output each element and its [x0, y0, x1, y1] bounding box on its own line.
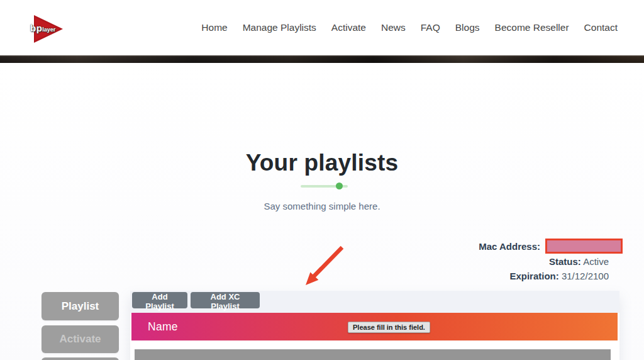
site-header: bplayer Home Manage Playlists Activate N… — [0, 0, 644, 55]
divider-dot — [336, 183, 343, 189]
expiration-label: Expiration: — [509, 271, 558, 281]
nav-manage-playlists[interactable]: Manage Playlists — [243, 22, 316, 33]
sidebar-playlist-button[interactable]: Playlist — [42, 292, 119, 320]
sidebar-playlist-label: Playlist — [62, 300, 99, 313]
name-column-header: Name — [148, 313, 178, 340]
logo-text-secondary: layer — [42, 26, 55, 33]
mac-address-label: Mac Address: — [479, 241, 540, 252]
divider — [301, 185, 348, 188]
nav-news[interactable]: News — [381, 22, 406, 33]
nav-activate[interactable]: Activate — [331, 22, 366, 33]
validation-tooltip: Please fill in this field. — [348, 322, 430, 333]
status-row: Status: Active — [549, 256, 609, 267]
playlist-toolbar: Add Playlist Add XC Playlist — [130, 291, 619, 313]
main-content: Your playlists Say something simple here… — [0, 63, 644, 360]
nav-become-reseller[interactable]: Become Reseller — [495, 22, 569, 33]
nav-faq[interactable]: FAQ — [421, 22, 440, 33]
main-nav: Home Manage Playlists Activate News FAQ … — [201, 0, 644, 55]
expiration-value: 31/12/2100 — [562, 271, 609, 281]
sidebar-activate-button[interactable]: Activate — [42, 325, 119, 353]
site-logo[interactable]: bplayer — [29, 13, 73, 44]
sidebar-logout-button[interactable]: Logout — [42, 357, 119, 360]
playlist-row-redaction — [135, 349, 611, 360]
sidebar-activate-label: Activate — [59, 333, 101, 346]
nav-home[interactable]: Home — [201, 22, 227, 33]
playlist-card: Add Playlist Add XC Playlist Name Please… — [130, 291, 619, 360]
add-playlist-button[interactable]: Add Playlist — [132, 292, 187, 308]
page-subtitle: Say something simple here. — [0, 201, 644, 211]
hero-image-strip — [0, 55, 644, 63]
logo-text-primary: bp — [30, 23, 42, 33]
mac-address-row: Mac Address: — [479, 239, 623, 254]
page: bplayer Home Manage Playlists Activate N… — [0, 0, 644, 360]
annotation-arrow-icon — [294, 244, 347, 296]
page-title: Your playlists — [0, 150, 644, 176]
expiration-row: Expiration: 31/12/2100 — [509, 271, 609, 281]
nav-blogs[interactable]: Blogs — [455, 22, 480, 33]
nav-contact[interactable]: Contact — [584, 22, 618, 33]
add-xc-playlist-button[interactable]: Add XC Playlist — [191, 292, 260, 308]
status-label: Status: — [549, 256, 581, 267]
logo-text: bplayer — [30, 23, 55, 34]
mac-address-redaction — [545, 239, 623, 254]
status-value: Active — [583, 256, 609, 267]
